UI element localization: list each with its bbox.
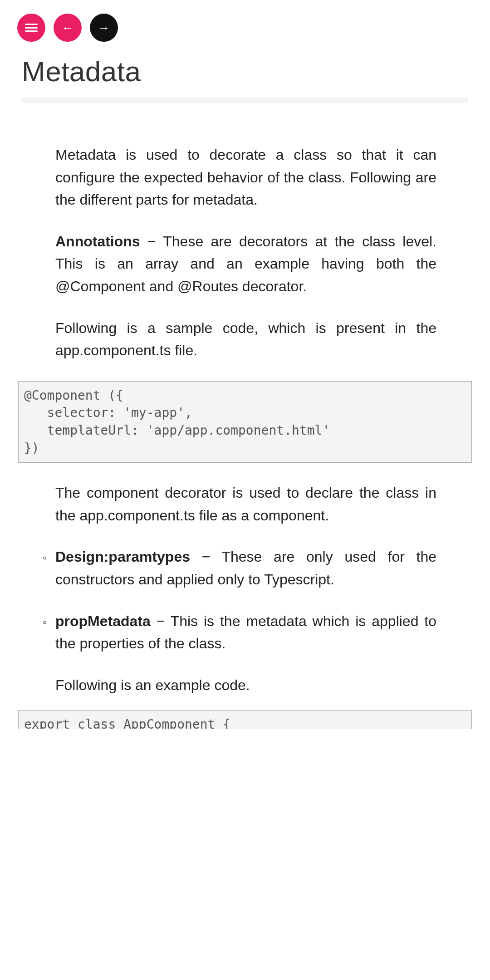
intro-paragraph: Metadata is used to decorate a class so … bbox=[55, 144, 436, 211]
bottom-spacer bbox=[0, 729, 490, 980]
component-decorator-paragraph: The component decorator is used to decla… bbox=[55, 482, 436, 527]
arrow-right-icon: → bbox=[98, 22, 110, 34]
annotations-label: Annotations bbox=[55, 233, 140, 250]
paramtypes-label: Design:paramtypes bbox=[55, 549, 190, 565]
sample-intro-paragraph: Following is a sample code, which is pre… bbox=[55, 317, 436, 362]
hamburger-icon bbox=[25, 24, 38, 32]
menu-button[interactable] bbox=[17, 14, 45, 42]
page-title: Metadata bbox=[22, 55, 468, 88]
title-divider bbox=[22, 98, 468, 103]
example-intro-paragraph: Following is an example code. bbox=[55, 674, 436, 697]
code-block-export: export class AppComponent { bbox=[18, 710, 472, 729]
next-button[interactable]: → bbox=[90, 14, 118, 42]
bullet-icon: ◦ bbox=[43, 549, 47, 567]
list-item-paramtypes: ◦ Design:paramtypes − These are only use… bbox=[55, 546, 436, 591]
article-body: Metadata is used to decorate a class so … bbox=[0, 144, 490, 362]
top-nav: ← → bbox=[0, 0, 490, 42]
article-body-2: The component decorator is used to decla… bbox=[0, 482, 490, 696]
code-block-component: @Component ({ selector: 'my-app', templa… bbox=[18, 381, 472, 463]
list-item-propmetadata: ◦ propMetadata − This is the metadata wh… bbox=[55, 610, 436, 655]
prev-button[interactable]: ← bbox=[54, 14, 82, 42]
annotations-paragraph: Annotations − These are decorators at th… bbox=[55, 230, 436, 298]
bullet-icon: ◦ bbox=[43, 613, 47, 631]
arrow-left-icon: ← bbox=[62, 22, 74, 34]
propmetadata-label: propMetadata bbox=[55, 613, 151, 629]
